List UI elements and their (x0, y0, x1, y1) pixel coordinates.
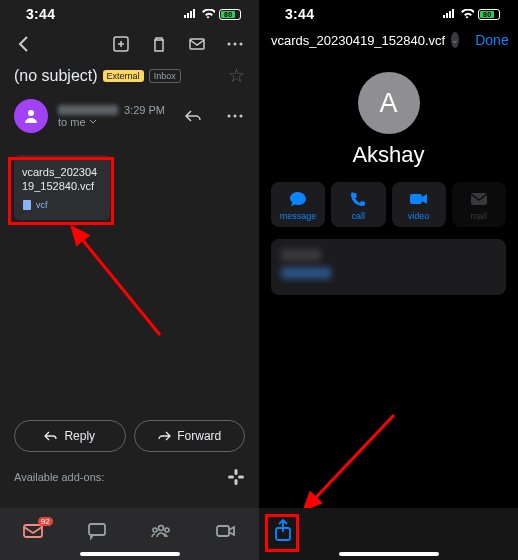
arrow-to-attachment (60, 215, 170, 345)
svg-point-5 (28, 110, 34, 116)
svg-point-6 (228, 115, 231, 118)
svg-rect-22 (471, 193, 487, 205)
svg-point-7 (234, 115, 237, 118)
svg-rect-13 (228, 476, 234, 479)
back-icon[interactable] (14, 34, 34, 54)
svg-rect-16 (89, 524, 105, 535)
delete-icon[interactable] (149, 34, 169, 54)
nav-spaces[interactable] (150, 523, 172, 539)
svg-point-8 (240, 115, 243, 118)
addons-row: Available add-ons: (0, 456, 259, 498)
more-icon[interactable] (225, 34, 245, 54)
contact-name: Akshay (259, 142, 518, 168)
contact-info-card[interactable] (271, 239, 506, 295)
nav-chat[interactable] (87, 522, 107, 540)
chevron-down-icon[interactable]: ⌄ (451, 32, 459, 48)
svg-point-18 (153, 528, 157, 532)
forward-button[interactable]: Forward (134, 420, 246, 452)
email-subject: (no subject) External Inbox (14, 67, 181, 85)
svg-point-19 (165, 528, 169, 532)
home-indicator[interactable] (339, 552, 439, 556)
status-bar-right: 3:44 80 (259, 0, 518, 26)
vcf-attachment[interactable]: vcards_20230419_152840.vcf vcf (14, 155, 110, 220)
done-button[interactable]: Done (475, 32, 508, 48)
svg-rect-1 (190, 39, 204, 49)
svg-rect-14 (238, 476, 244, 479)
sender-name: 3:29 PM (58, 104, 173, 116)
status-bar: 3:44 80 (0, 0, 259, 26)
svg-line-10 (72, 227, 160, 335)
home-indicator[interactable] (80, 552, 180, 556)
external-badge: External (103, 70, 144, 82)
status-icons: 80 (183, 9, 241, 20)
svg-line-23 (304, 415, 394, 510)
recipient[interactable]: to me (58, 116, 173, 128)
inbox-badge: Inbox (149, 69, 181, 83)
archive-icon[interactable] (111, 34, 131, 54)
reply-icon[interactable] (183, 106, 203, 126)
svg-point-3 (234, 43, 237, 46)
nav-meet[interactable] (215, 523, 237, 539)
more-sender-icon[interactable] (225, 106, 245, 126)
message-action[interactable]: message (271, 182, 325, 227)
svg-rect-9 (23, 200, 31, 210)
svg-point-2 (228, 43, 231, 46)
time: 3:44 (26, 6, 55, 22)
video-action[interactable]: video (392, 182, 446, 227)
email-toolbar (0, 26, 259, 62)
svg-rect-12 (235, 479, 238, 485)
svg-rect-21 (410, 194, 422, 204)
star-icon[interactable]: ☆ (228, 64, 245, 87)
svg-rect-20 (217, 526, 229, 536)
reply-button[interactable]: Reply (14, 420, 126, 452)
time: 3:44 (285, 6, 314, 22)
mail-icon[interactable] (187, 34, 207, 54)
svg-point-4 (240, 43, 243, 46)
call-action[interactable]: call (331, 182, 385, 227)
svg-rect-11 (235, 469, 238, 475)
mail-action: mail (452, 182, 506, 227)
file-name: vcards_20230419_152840.vcf (271, 33, 445, 48)
nav-mail[interactable]: 92 (22, 522, 44, 540)
contact-avatar[interactable]: A (358, 72, 420, 134)
slack-icon[interactable] (227, 468, 245, 486)
sender-avatar[interactable] (14, 99, 48, 133)
svg-point-17 (159, 526, 164, 531)
share-icon[interactable] (273, 519, 293, 543)
svg-rect-15 (24, 525, 42, 537)
